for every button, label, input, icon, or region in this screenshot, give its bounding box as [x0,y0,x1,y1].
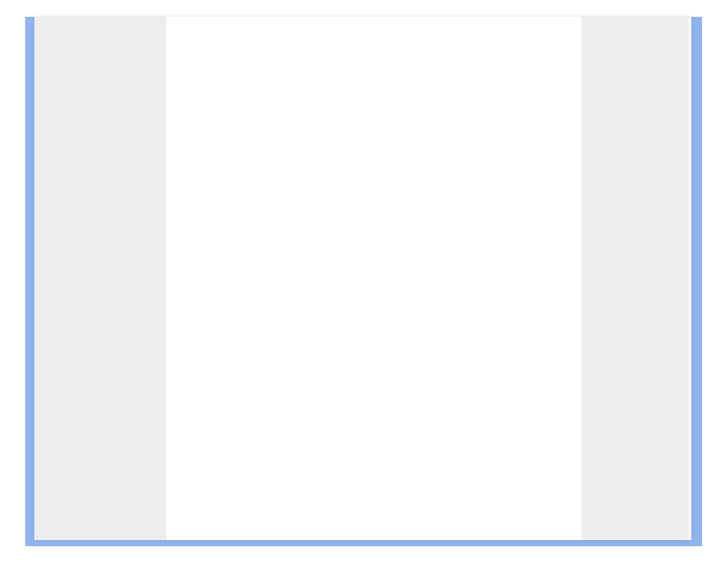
left-sidebar [34,17,166,540]
right-sidebar [582,17,688,540]
main-content [166,17,582,540]
window-frame [25,17,702,546]
content-card [34,17,691,540]
right-edge [688,17,691,540]
